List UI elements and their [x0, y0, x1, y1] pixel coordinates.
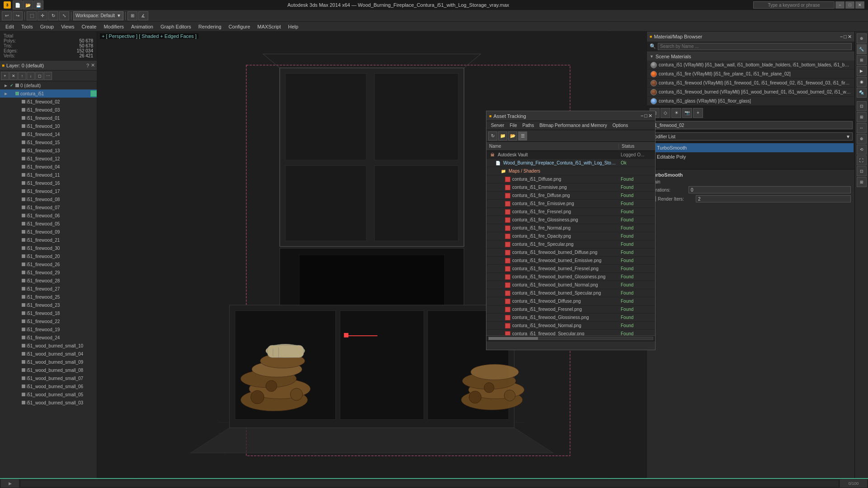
- open-btn[interactable]: 📂: [23, 0, 33, 9]
- layer-item-wbs06[interactable]: i51_wood_burned_small_06: [0, 382, 97, 390]
- mat-item-3[interactable]: contura_i51_firewood_burned (VRayMtl) [i…: [647, 88, 854, 97]
- layer-item-fw24[interactable]: i51_firewood_24: [0, 333, 97, 342]
- at-menu-paths[interactable]: Paths: [520, 122, 537, 129]
- viewport-nav-1[interactable]: ⊡: [857, 101, 867, 111]
- menu-rendering[interactable]: Rendering: [195, 23, 225, 30]
- at-row-11[interactable]: contura_i51_fire_Specular.pngFound: [486, 240, 655, 249]
- motion-btn[interactable]: ▶: [857, 66, 867, 76]
- layer-item-fw09[interactable]: i51_firewood_09: [0, 228, 97, 236]
- render-iters-field[interactable]: [696, 195, 851, 202]
- mat-browser-close[interactable]: ✕: [848, 34, 852, 40]
- hierarchy-btn[interactable]: ⊞: [857, 55, 867, 65]
- close-btn[interactable]: ✕: [855, 1, 864, 9]
- layer-item-fw23[interactable]: i51_firewood_23: [0, 301, 97, 309]
- layer-item-fw25[interactable]: i51_firewood_25: [0, 293, 97, 301]
- menu-edit[interactable]: Edit: [2, 23, 18, 30]
- select-btn[interactable]: ⬚: [27, 11, 37, 20]
- at-row-5[interactable]: contura_i51_fire_Diffuse.pngFound: [486, 192, 655, 200]
- new-layer-btn[interactable]: +: [1, 72, 9, 80]
- iterations-field[interactable]: [689, 186, 851, 193]
- at-row-2[interactable]: 📁Maps / Shaders: [486, 167, 655, 175]
- scene-materials-header[interactable]: ▼ Scene Materials: [647, 52, 854, 61]
- snap-btn[interactable]: ⊞: [127, 11, 137, 20]
- layer-item-fw03[interactable]: i51_firewood_03: [0, 106, 97, 114]
- at-row-15[interactable]: contura_i51_firewood_burned_Glossiness.p…: [486, 273, 655, 281]
- modifier-list-dropdown[interactable]: Modifier List ▼: [649, 132, 853, 141]
- layer-item-fw04[interactable]: i51_firewood_04: [0, 163, 97, 171]
- time-bar[interactable]: ▶ 0/100: [0, 478, 868, 488]
- layer-item-fw06[interactable]: i51_firewood_06: [0, 211, 97, 220]
- at-minimize[interactable]: −: [641, 113, 643, 119]
- maximize-viewport[interactable]: ⊞: [857, 177, 867, 187]
- mod-entry-editpoly[interactable]: Editable Poly: [648, 152, 854, 161]
- layer-select[interactable]: ◻: [35, 72, 43, 80]
- at-path-btn[interactable]: 📂: [508, 131, 517, 141]
- layer-item-wbs03[interactable]: i51_wood_burned_small_03: [0, 399, 97, 407]
- maximize-btn[interactable]: □: [845, 1, 854, 9]
- undo-btn[interactable]: ↩: [2, 11, 12, 20]
- menu-views[interactable]: Views: [57, 23, 78, 30]
- layer-move-up[interactable]: ↑: [18, 72, 26, 80]
- at-row-0[interactable]: 🏛Autodesk VaultLogged O...: [486, 151, 655, 159]
- play-btn[interactable]: ▶: [1, 479, 19, 488]
- layer-item-fw16[interactable]: i51_firewood_16: [0, 179, 97, 187]
- minimize-btn[interactable]: −: [835, 1, 844, 9]
- viewport-nav-3[interactable]: ↔: [857, 123, 867, 133]
- layer-item-fw18[interactable]: i51_firewood_18: [0, 309, 97, 317]
- at-row-14[interactable]: contura_i51_firewood_burned_Fresnel.pngF…: [486, 265, 655, 273]
- mat-item-1[interactable]: contura_i51_fire (VRayMtl) [i51_fire_pla…: [647, 70, 854, 79]
- layer-item-fw29[interactable]: i51_firewood_29: [0, 268, 97, 277]
- layer-item-fw13[interactable]: i51_firewood_13: [0, 146, 97, 155]
- menu-animation[interactable]: Animation: [127, 23, 157, 30]
- at-row-4[interactable]: contura_i51_Emmisive.pngFound: [486, 183, 655, 192]
- layer-move-down[interactable]: ↓: [27, 72, 35, 80]
- at-row-10[interactable]: contura_i51_fire_Opacity.pngFound: [486, 232, 655, 240]
- layer-item-contura[interactable]: ▶contura_i51: [0, 89, 97, 98]
- menu-graph-editors[interactable]: Graph Editors: [157, 23, 195, 30]
- layer-item-fw14[interactable]: i51_firewood_14: [0, 130, 97, 138]
- display-btn[interactable]: ◉: [857, 77, 867, 87]
- workspace-dropdown[interactable]: Workspace: Default ▼: [73, 11, 123, 20]
- layer-item-fw11[interactable]: i51_firewood_11: [0, 171, 97, 179]
- at-row-13[interactable]: contura_i51_firewood_burned_Emissive.png…: [486, 257, 655, 265]
- at-row-1[interactable]: 📄Wood_Burning_Fireplace_Contura_i51_with…: [486, 159, 655, 167]
- layers-close-btn[interactable]: ✕: [91, 62, 95, 68]
- at-row-18[interactable]: contura_i51_firewood_Diffuse.pngFound: [486, 297, 655, 305]
- menu-modifiers[interactable]: Modifiers: [100, 23, 127, 30]
- modify-panel-btn[interactable]: 🔧: [857, 44, 867, 54]
- layer-item-fw20[interactable]: i51_firewood_20: [0, 252, 97, 260]
- layer-item-fw30[interactable]: i51_firewood_30: [0, 244, 97, 252]
- layer-item-fw17[interactable]: i51_firewood_17: [0, 187, 97, 195]
- at-row-20[interactable]: contura_i51_firewood_Glossiness.pngFound: [486, 314, 655, 322]
- mat-item-2[interactable]: contura_i51_firewood (VRayMtl) [i51_fire…: [647, 79, 854, 88]
- mod-entry-turbosmooth[interactable]: TurboSmooth: [648, 143, 854, 152]
- mat-browser-minimize[interactable]: −: [840, 34, 843, 40]
- menu-create[interactable]: Create: [78, 23, 100, 30]
- layer-item-fw07[interactable]: i51_firewood_07: [0, 203, 97, 211]
- mod-icon-cam[interactable]: 📷: [682, 108, 692, 118]
- mat-search-input[interactable]: [658, 43, 852, 50]
- at-menu-bitmap[interactable]: Bitmap Performance and Memory: [537, 122, 610, 129]
- at-row-17[interactable]: contura_i51_firewood_burned_Specular.png…: [486, 289, 655, 297]
- at-scrolltrack[interactable]: [488, 337, 653, 340]
- layer-item-fw05[interactable]: i51_firewood_05: [0, 220, 97, 228]
- layer-item-wbs09[interactable]: i51_wood_burned_small_09: [0, 358, 97, 366]
- layer-item-fw01[interactable]: i51_firewood_01: [0, 114, 97, 122]
- viewport-nav-7[interactable]: ⊡: [857, 166, 867, 176]
- viewport-nav-5[interactable]: ⟲: [857, 145, 867, 155]
- at-scrollthumb[interactable]: [489, 337, 538, 340]
- menu-maxscript[interactable]: MAXScript: [254, 23, 284, 30]
- at-refresh-btn[interactable]: ↻: [488, 131, 497, 141]
- layer-item-fw02[interactable]: i51_firewood_02: [0, 98, 97, 106]
- at-row-3[interactable]: contura_i51_Diffuse.pngFound: [486, 175, 655, 183]
- at-view-toggle[interactable]: ☰: [518, 131, 527, 141]
- mod-icon-light[interactable]: ☀: [671, 108, 681, 118]
- search-box[interactable]: Type a keyword or phrase: [753, 1, 835, 9]
- menu-group[interactable]: Group: [37, 23, 58, 30]
- time-slider[interactable]: [21, 480, 838, 487]
- object-name-field[interactable]: [649, 121, 853, 129]
- move-btn[interactable]: ✛: [38, 11, 47, 20]
- at-menu-file[interactable]: File: [507, 122, 519, 129]
- menu-configure[interactable]: Configure: [225, 23, 254, 30]
- layer-item-fw22[interactable]: i51_firewood_22: [0, 317, 97, 325]
